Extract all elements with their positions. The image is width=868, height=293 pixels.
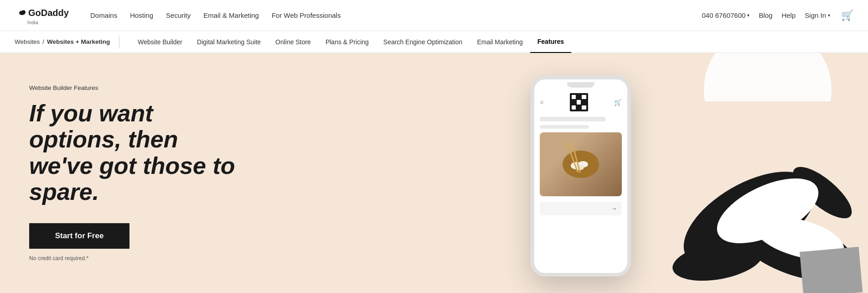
no-credit-card-text: No credit card required.* bbox=[29, 255, 243, 262]
hero-title: If you want options, then we've got thos… bbox=[29, 100, 243, 205]
phone-cart-icon: 🛒 bbox=[614, 99, 622, 106]
sec-nav-plans-pricing[interactable]: Plans & Pricing bbox=[318, 31, 376, 53]
svg-text:GoDaddy: GoDaddy bbox=[28, 8, 69, 18]
start-free-button[interactable]: Start for Free bbox=[29, 223, 129, 249]
nav-email-marketing[interactable]: Email & Marketing bbox=[203, 11, 259, 19]
phone-line1 bbox=[540, 117, 605, 121]
sign-in-area[interactable]: Sign In ▾ bbox=[805, 11, 830, 19]
godaddy-logo[interactable]: GoDaddy bbox=[15, 6, 74, 21]
breadcrumb: Websites / Websites + Marketing bbox=[15, 38, 110, 45]
phone-chevron-icon: ▾ bbox=[747, 13, 749, 18]
phone-header: ≡ 🛒 bbox=[540, 93, 622, 111]
logo-area[interactable]: GoDaddy India bbox=[15, 6, 74, 25]
hero-subtitle: Website Builder Features bbox=[29, 84, 243, 91]
secondary-nav-links: Website Builder Digital Marketing Suite … bbox=[130, 31, 571, 53]
phone-screen: ≡ 🛒 bbox=[534, 88, 627, 273]
breadcrumb-part2[interactable]: Websites + Marketing bbox=[47, 38, 110, 45]
dumpling-plate bbox=[563, 151, 599, 178]
sec-nav-seo[interactable]: Search Engine Optimization bbox=[376, 31, 470, 53]
sec-nav-online-store[interactable]: Online Store bbox=[268, 31, 318, 53]
breadcrumb-separator: / bbox=[42, 38, 44, 45]
phone-number[interactable]: 040 67607600 ▾ bbox=[702, 11, 749, 19]
help-link[interactable]: Help bbox=[781, 11, 796, 19]
nav-hosting[interactable]: Hosting bbox=[130, 11, 153, 19]
hero-section: Website Builder Features If you want opt… bbox=[0, 53, 868, 293]
nav-right-area: 040 67607600 ▾ Blog Help Sign In ▾ 🛒 bbox=[702, 10, 853, 21]
hero-content: Website Builder Features If you want opt… bbox=[0, 53, 264, 293]
top-nav: GoDaddy India Domains Hosting Security E… bbox=[0, 0, 868, 31]
phone-line2 bbox=[540, 125, 589, 129]
sec-nav-features[interactable]: Features bbox=[530, 31, 571, 53]
sec-nav-website-builder[interactable]: Website Builder bbox=[130, 31, 190, 53]
hero-background-art: ≡ 🛒 bbox=[391, 53, 868, 293]
secondary-nav: Websites / Websites + Marketing Website … bbox=[0, 31, 868, 53]
phone-notch bbox=[567, 82, 594, 88]
main-nav-links: Domains Hosting Security Email & Marketi… bbox=[90, 11, 702, 19]
nav-domains[interactable]: Domains bbox=[90, 11, 117, 19]
nav-security[interactable]: Security bbox=[166, 11, 191, 19]
cart-icon[interactable]: 🛒 bbox=[841, 10, 853, 21]
abstract-brush-svg bbox=[604, 101, 868, 293]
sec-nav-email-marketing[interactable]: Email Marketing bbox=[470, 31, 530, 53]
svg-rect-8 bbox=[800, 247, 863, 293]
phone-food-image bbox=[540, 132, 622, 196]
logo-country: India bbox=[27, 20, 38, 25]
phone-mockup: ≡ 🛒 bbox=[531, 76, 631, 277]
nav-web-professionals[interactable]: For Web Professionals bbox=[272, 11, 341, 19]
phone-bottom-bar: → bbox=[540, 202, 622, 215]
blog-link[interactable]: Blog bbox=[759, 11, 772, 19]
breadcrumb-part1[interactable]: Websites bbox=[15, 38, 40, 45]
phone-qr-code bbox=[570, 93, 588, 111]
signin-chevron-icon: ▾ bbox=[828, 13, 830, 18]
nav-divider bbox=[119, 36, 119, 48]
phone-menu-icon: ≡ bbox=[540, 99, 543, 106]
sec-nav-digital-marketing[interactable]: Digital Marketing Suite bbox=[190, 31, 268, 53]
